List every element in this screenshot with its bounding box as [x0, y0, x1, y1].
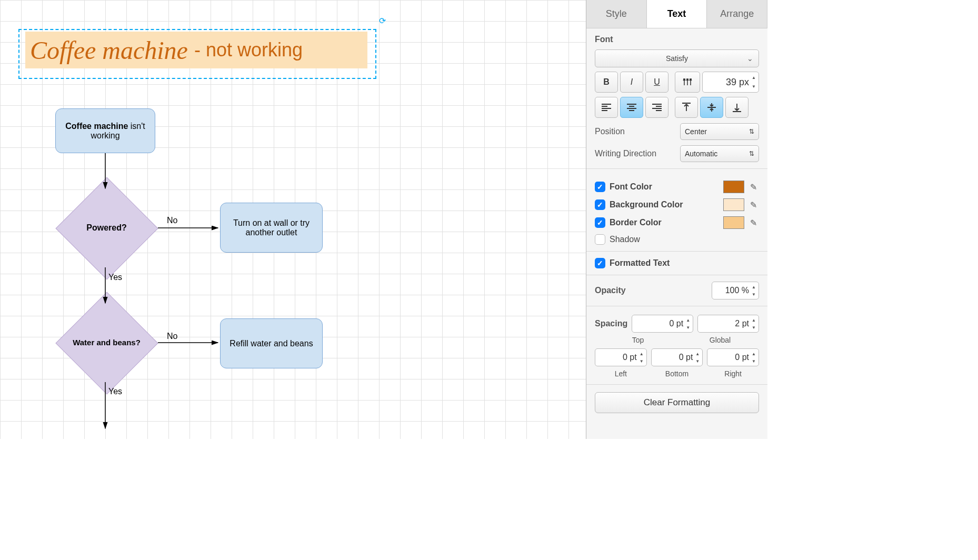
spacing-bottom-input[interactable]: 0 pt▲▼ — [651, 348, 703, 366]
diamond-text: Water and beans? — [55, 302, 158, 383]
bg-color-label: Background Color — [610, 200, 683, 209]
node-action-poweron-text: Turn on at wall or try another outlet — [225, 218, 318, 237]
bg-color-swatch[interactable] — [723, 198, 744, 211]
spacing-bottom-val: 0 pt — [679, 353, 693, 362]
writing-direction-value: Automatic — [685, 149, 717, 158]
font-color-label: Font Color — [610, 182, 652, 192]
title-text-shape[interactable]: Coffee machine - not working — [25, 32, 367, 68]
edge-label-yes2[interactable]: Yes — [108, 387, 122, 396]
opacity-label: Opacity — [595, 286, 626, 295]
font-size-value: 39 px — [726, 77, 749, 88]
font-heading: Font — [595, 35, 759, 44]
font-size-input[interactable]: 39 px ▲▼ — [702, 72, 759, 93]
opacity-value: 100 % — [725, 286, 749, 295]
align-right-button[interactable] — [645, 97, 668, 118]
node-action-refill[interactable]: Refill water and beans — [220, 318, 323, 368]
align-left-button[interactable] — [595, 97, 618, 118]
border-color-label: Border Color — [610, 218, 662, 227]
spacing-global-label: Global — [681, 336, 759, 344]
bold-button[interactable]: B — [595, 72, 618, 93]
font-size-spinner[interactable]: ▲▼ — [750, 73, 757, 91]
position-label: Position — [595, 127, 625, 136]
section-opacity: Opacity 100 % ▲▼ — [586, 275, 767, 306]
spacing-left-val: 0 pt — [623, 353, 637, 362]
tab-arrange[interactable]: Arrange — [707, 0, 767, 28]
spacing-top-input[interactable]: 0 pt▲▼ — [632, 315, 693, 333]
underline-button[interactable]: U — [645, 72, 668, 93]
opacity-spinner[interactable]: ▲▼ — [750, 283, 757, 298]
font-color-swatch[interactable] — [723, 181, 744, 193]
spacing-label: Spacing — [595, 319, 627, 328]
valign-middle-button[interactable] — [700, 97, 723, 118]
clear-formatting-button[interactable]: Clear Formatting — [595, 392, 759, 413]
opacity-input[interactable]: 100 % ▲▼ — [712, 282, 759, 299]
eyedropper-icon[interactable]: ✎ — [747, 199, 759, 211]
diagram-canvas[interactable]: ⟳ Coffee machine - not working Coffee ma… — [0, 0, 586, 439]
edge-label-no2[interactable]: No — [167, 332, 177, 341]
chevron-updown-icon: ⇅ — [749, 128, 754, 135]
formatted-text-checkbox[interactable]: ✓ — [595, 258, 605, 268]
formatted-text-label: Formatted Text — [610, 258, 670, 268]
rotate-handle-icon[interactable]: ⟳ — [379, 16, 388, 25]
vertical-text-button[interactable] — [675, 72, 700, 93]
section-colors: ✓ Font Color ✎ ✓ Background Color ✎ ✓ Bo… — [586, 169, 767, 252]
diamond-text: Powered? — [55, 187, 158, 268]
spacing-right-label: Right — [707, 369, 759, 378]
eyedropper-icon[interactable]: ✎ — [747, 217, 759, 228]
spacing-top-val: 0 pt — [669, 319, 683, 328]
spacing-right-val: 0 pt — [735, 353, 749, 362]
writing-direction-label: Writing Direction — [595, 149, 656, 158]
tab-text[interactable]: Text — [647, 0, 707, 28]
edge-label-no1[interactable]: No — [167, 216, 177, 225]
font-family-select[interactable]: Satisfy — [595, 49, 759, 67]
section-spacing: Spacing 0 pt▲▼ 2 pt▲▼ Top Global 0 pt▲▼ … — [586, 306, 767, 385]
align-center-button[interactable] — [620, 97, 643, 118]
section-font: Font Satisfy B I U 39 px ▲▼ — [586, 28, 767, 169]
eyedropper-icon[interactable]: ✎ — [747, 181, 759, 193]
spacing-right-input[interactable]: 0 pt▲▼ — [707, 348, 759, 366]
format-sidebar: Style Text Arrange Font Satisfy B I U 39… — [586, 0, 767, 439]
title-rest: - not working — [194, 39, 303, 61]
sidebar-tabs: Style Text Arrange — [586, 0, 767, 28]
font-color-checkbox[interactable]: ✓ — [595, 182, 605, 192]
shadow-checkbox[interactable] — [595, 234, 605, 245]
italic-button[interactable]: I — [620, 72, 643, 93]
position-value: Center — [685, 127, 707, 136]
valign-bottom-button[interactable] — [725, 97, 749, 118]
shadow-label: Shadow — [610, 235, 640, 244]
bg-color-checkbox[interactable]: ✓ — [595, 199, 605, 210]
spacing-global-input[interactable]: 2 pt▲▼ — [697, 315, 759, 333]
node-start[interactable]: Coffee machine isn't working — [55, 108, 155, 153]
node-start-text: Coffee machine isn't working — [60, 122, 151, 141]
node-action-refill-text: Refill water and beans — [229, 339, 313, 348]
border-color-swatch[interactable] — [723, 216, 744, 229]
valign-top-button[interactable] — [675, 97, 698, 118]
writing-direction-select[interactable]: Automatic⇅ — [680, 145, 759, 162]
spacing-bottom-label: Bottom — [651, 369, 703, 378]
spacing-left-label: Left — [595, 369, 647, 378]
chevron-updown-icon: ⇅ — [749, 150, 754, 157]
node-decision-water[interactable]: Water and beans? — [55, 302, 158, 383]
spacing-top-label: Top — [599, 336, 677, 344]
position-select[interactable]: Center⇅ — [680, 123, 759, 140]
edge-label-yes1[interactable]: Yes — [108, 273, 122, 282]
spacing-global-val: 2 pt — [735, 319, 749, 328]
node-decision-powered[interactable]: Powered? — [55, 187, 158, 268]
tab-style[interactable]: Style — [586, 0, 647, 28]
border-color-checkbox[interactable]: ✓ — [595, 217, 605, 228]
title-script: Coffee machine — [30, 36, 188, 65]
node-action-poweron[interactable]: Turn on at wall or try another outlet — [220, 203, 323, 253]
spacing-left-input[interactable]: 0 pt▲▼ — [595, 348, 647, 366]
section-formatted: ✓ Formatted Text — [586, 252, 767, 275]
